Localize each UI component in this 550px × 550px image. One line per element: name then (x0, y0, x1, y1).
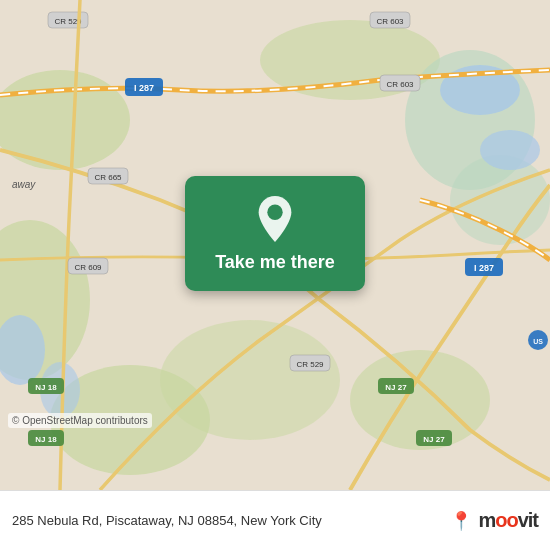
take-me-there-button[interactable]: Take me there (185, 176, 365, 291)
svg-text:US: US (533, 338, 543, 345)
svg-text:away: away (12, 179, 36, 190)
svg-text:CR 603: CR 603 (386, 80, 414, 89)
moovit-logo: moovit (478, 509, 538, 532)
svg-point-10 (480, 130, 540, 170)
osm-credit: © OpenStreetMap contributors (8, 413, 152, 428)
map-pin-icon (253, 194, 297, 244)
svg-text:NJ 27: NJ 27 (385, 383, 407, 392)
svg-text:NJ 18: NJ 18 (35, 435, 57, 444)
svg-text:CR 603: CR 603 (376, 17, 404, 26)
svg-text:CR 609: CR 609 (74, 263, 102, 272)
svg-text:CR 665: CR 665 (94, 173, 122, 182)
svg-point-40 (267, 205, 282, 220)
moovit-branding: 📍 moovit (450, 509, 538, 532)
take-me-there-label: Take me there (215, 252, 335, 273)
svg-text:I 287: I 287 (474, 263, 494, 273)
map-view: I 287 CR 603 CR 529 CR 603 CR 665 CR 609 (0, 0, 550, 490)
moovit-pin: 📍 (450, 510, 472, 532)
svg-point-8 (160, 320, 340, 440)
svg-text:I 287: I 287 (134, 83, 154, 93)
address-text: 285 Nebula Rd, Piscataway, NJ 08854, New… (12, 513, 450, 528)
bottom-bar: 285 Nebula Rd, Piscataway, NJ 08854, New… (0, 490, 550, 550)
svg-text:NJ 27: NJ 27 (423, 435, 445, 444)
svg-text:NJ 18: NJ 18 (35, 383, 57, 392)
svg-text:CR 529: CR 529 (296, 360, 324, 369)
